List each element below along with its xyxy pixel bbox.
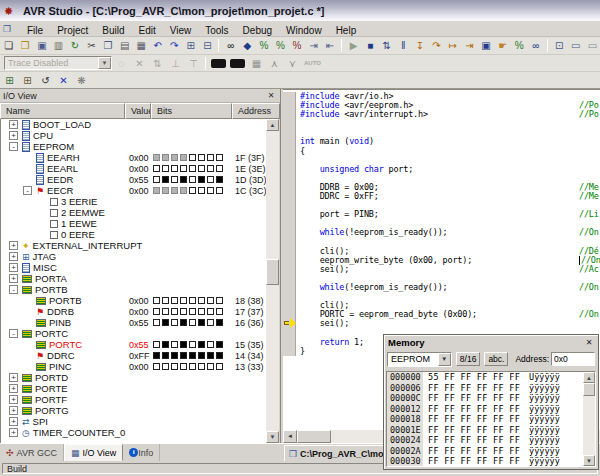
tree-row[interactable]: +PORTA [1, 273, 267, 284]
bit-square[interactable] [162, 308, 169, 315]
bit-square[interactable] [207, 319, 214, 326]
collapse-icon[interactable]: - [9, 142, 18, 151]
display-run-icon[interactable]: ⊞ [1, 73, 18, 88]
memory-scrollbar[interactable]: ▲ ▼ [583, 372, 595, 466]
bit-square[interactable] [153, 341, 160, 348]
break-icon[interactable]: ■ [362, 38, 378, 53]
bit-square[interactable] [198, 352, 205, 359]
bit-square[interactable] [198, 341, 205, 348]
column-name[interactable]: Name [0, 103, 125, 119]
step-into-icon[interactable]: ↧ [412, 38, 428, 53]
tree-row[interactable]: PINB0x5516 (36) [1, 317, 267, 328]
bit-square[interactable] [207, 297, 214, 304]
run-to-cursor-icon[interactable]: ⇥ [462, 38, 478, 53]
bit-square[interactable] [216, 308, 223, 315]
bit-square[interactable] [198, 319, 205, 326]
bit-square[interactable] [207, 187, 214, 194]
expand-icon[interactable]: + [9, 274, 18, 283]
bit-square[interactable] [180, 363, 187, 370]
window-new-icon[interactable]: ⊞ [183, 38, 199, 53]
save-icon[interactable]: ▣ [34, 38, 50, 53]
bit-square[interactable] [162, 165, 169, 172]
expand-icon[interactable]: + [9, 131, 18, 140]
bit-square[interactable] [207, 308, 214, 315]
column-value[interactable]: Value [125, 103, 151, 119]
bit-square[interactable] [189, 297, 196, 304]
tree-row[interactable]: 1 EEWE [1, 218, 267, 229]
io-view-close-icon[interactable]: ✕ [265, 90, 277, 101]
menu-file[interactable]: File [20, 24, 50, 37]
expand-icon[interactable]: + [9, 373, 18, 382]
bit-square[interactable] [171, 319, 178, 326]
collapse-icon[interactable]: - [9, 285, 18, 294]
bit-square[interactable] [180, 319, 187, 326]
collapse-icon[interactable]: - [9, 329, 18, 338]
bit-square[interactable] [198, 154, 205, 161]
tree-row[interactable]: EEDR0x551D (3D) [1, 174, 267, 185]
menu-edit[interactable]: Edit [132, 24, 163, 37]
bit-square[interactable] [189, 308, 196, 315]
bit-square[interactable] [171, 363, 178, 370]
bit-square[interactable] [189, 352, 196, 359]
tree-row[interactable]: +⇄SPI [1, 416, 267, 427]
bit-square[interactable] [216, 319, 223, 326]
memory-816-button[interactable]: 8/16 [456, 352, 481, 366]
menu-build[interactable]: Build [95, 24, 131, 37]
bit-checkbox[interactable] [50, 198, 58, 206]
step-over-icon[interactable]: ↷ [429, 38, 445, 53]
tree-row[interactable]: -PORTB [1, 284, 267, 295]
tree-row[interactable]: +MISC [1, 262, 267, 273]
menu-help[interactable]: Help [329, 24, 364, 37]
memory-grid[interactable]: 00000055 FF FF FF FF FFUÿÿÿÿÿ000006FF FF… [386, 371, 596, 467]
refresh-icon[interactable]: ↻ [67, 38, 83, 53]
expand-icon[interactable]: + [9, 395, 18, 404]
trace-combobox[interactable]: Trace Disabled ▼ [4, 56, 112, 70]
device-badge-1-icon[interactable] [211, 59, 226, 68]
scroll-thumb[interactable] [266, 259, 279, 285]
bit-square[interactable] [207, 352, 214, 359]
bit-square[interactable] [216, 352, 223, 359]
tree-row[interactable]: -PORTC [1, 328, 267, 339]
bit-square[interactable] [216, 363, 223, 370]
tree-row[interactable]: +PORTE [1, 383, 267, 394]
breakpoint-hand-icon[interactable]: ☛ [495, 38, 511, 53]
tree-row[interactable]: +PORTG [1, 405, 267, 416]
new-file-icon[interactable]: ❏ [1, 38, 17, 53]
tree-row[interactable]: 3 EERIE [1, 196, 267, 207]
redo-icon[interactable]: ↷ [166, 38, 182, 53]
bit-square[interactable] [180, 165, 187, 172]
bit-square[interactable] [162, 187, 169, 194]
settings-icon[interactable]: ❋ [73, 73, 90, 88]
bit-square[interactable] [171, 341, 178, 348]
bit-square[interactable] [153, 165, 160, 172]
bit-square[interactable] [180, 341, 187, 348]
title-bar[interactable]: ✸ AVR Studio - [C:\Prog_AVR_C\mon_projet… [0, 0, 600, 21]
tab-io-view[interactable]: ▦I/O View [64, 444, 123, 461]
watch-icon[interactable]: % [511, 38, 527, 53]
bit-square[interactable] [198, 297, 205, 304]
net-high-icon[interactable]: ⋏ [266, 56, 283, 71]
menu-tools[interactable]: Tools [198, 24, 235, 37]
bit-square[interactable] [171, 165, 178, 172]
step-out-icon[interactable]: ↦ [445, 38, 461, 53]
expand-icon[interactable]: + [9, 241, 18, 250]
tab-info[interactable]: iInfo [123, 444, 160, 461]
autostep-icon[interactable]: ▣ [478, 38, 494, 53]
column-address[interactable]: Address [232, 103, 280, 119]
expand-icon[interactable]: + [9, 384, 18, 393]
memory-dropdown-icon[interactable]: ▼ [438, 353, 451, 366]
save-all-icon[interactable]: ▥ [51, 38, 67, 53]
tree-row[interactable]: +◷TIMER_COUNTER_0 [1, 427, 267, 438]
memory-abc-button[interactable]: abc. [484, 352, 508, 366]
document-icon[interactable]: ❐ [3, 24, 16, 34]
expand-icon[interactable]: + [9, 406, 18, 415]
find-in-files-icon[interactable]: ◆ [240, 38, 256, 53]
expand-icon[interactable]: + [9, 417, 18, 426]
bit-square[interactable] [162, 352, 169, 359]
bit-square[interactable] [180, 176, 187, 183]
bit-square[interactable] [189, 176, 196, 183]
bit-square[interactable] [153, 352, 160, 359]
tree-row[interactable]: -EEPROM [1, 141, 267, 152]
bit-square[interactable] [189, 154, 196, 161]
bit-square[interactable] [216, 176, 223, 183]
